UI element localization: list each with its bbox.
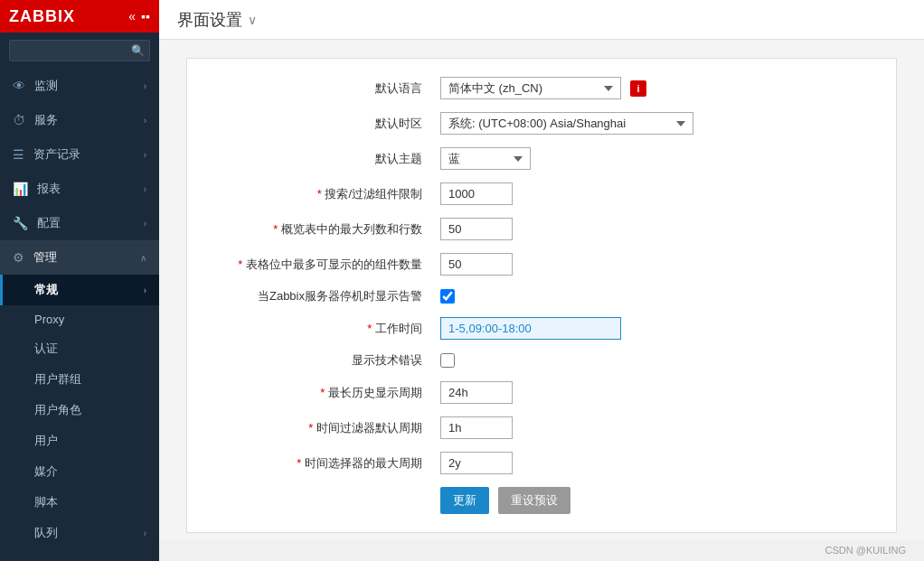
page-title: 界面设置 [177, 9, 242, 31]
assets-arrow: › [144, 150, 146, 160]
subnav-media[interactable]: 媒介 [0, 456, 159, 487]
max-columns-input[interactable] [440, 218, 513, 240]
logo: ZABBIX [9, 7, 75, 26]
max-period-label: 时间选择器的最大周期 [214, 455, 431, 472]
sidebar: ZABBIX « ▪▪ 🔍 👁 监测 › ⏱ 服务 › ☰ 资产记录 › [0, 0, 159, 561]
max-columns-row: 概览表中的最大列数和行数 [214, 218, 869, 240]
search-input[interactable] [9, 40, 150, 61]
lang-info-icon[interactable]: i [630, 80, 646, 97]
admin-arrow: ∧ [140, 253, 146, 263]
subnav-userrole[interactable]: 用户角色 [0, 395, 159, 425]
admin-icon: ⚙ [13, 250, 24, 265]
service-arrow: › [144, 116, 146, 126]
subnav-user[interactable]: 用户 [0, 425, 159, 456]
time-filter-row: 时间过滤器默认周期 [214, 416, 869, 439]
service-icon: ⏱ [13, 113, 25, 127]
sidebar-item-reports[interactable]: 📊 报表 › [0, 172, 159, 206]
timezone-label: 默认时区 [214, 116, 431, 132]
subnav-user-label: 用户 [34, 433, 58, 449]
config-icon: 🔧 [13, 216, 28, 230]
subnav-userrole-label: 用户角色 [34, 402, 81, 418]
monitor-icon: 👁 [13, 79, 25, 93]
subnav-usergroup[interactable]: 用户群组 [0, 364, 159, 395]
time-filter-label: 时间过滤器默认周期 [214, 420, 431, 436]
search-limit-row: 搜索/过滤组件限制 [214, 182, 869, 205]
max-period-input[interactable] [440, 452, 513, 474]
max-widgets-input[interactable] [440, 253, 513, 276]
show-errors-checkbox[interactable] [440, 353, 455, 368]
subnav-media-label: 媒介 [34, 463, 58, 480]
subnav-queue[interactable]: 队列 › [0, 518, 159, 548]
page-title-dropdown-icon[interactable]: ∨ [248, 13, 257, 27]
subnav-auth[interactable]: 认证 [0, 333, 159, 364]
subnav-queue-label: 队列 [34, 525, 58, 541]
subnav-auth-label: 认证 [34, 341, 58, 357]
sidebar-item-config-label: 配置 [37, 215, 61, 231]
subnav-proxy-label: Proxy [34, 313, 64, 326]
max-history-label: 最长历史显示周期 [214, 385, 431, 401]
sidebar-item-monitor-label: 监测 [34, 78, 58, 94]
footer: CSDN @KUILING [159, 539, 924, 561]
page-title-container: 界面设置 ∨ [177, 9, 257, 31]
subnav-queue-arrow: › [144, 528, 146, 538]
sidebar-item-admin-label: 管理 [33, 249, 57, 266]
sidebar-header-icons: « ▪▪ [128, 9, 150, 23]
server-warning-row: 当Zabbix服务器停机时显示告警 [214, 288, 869, 304]
work-time-label: 工作时间 [214, 321, 431, 337]
main-content: 界面设置 ∨ 默认语言 简体中文 (zh_CN) i 默认时区 系统: (UTC… [159, 0, 924, 561]
max-period-row: 时间选择器的最大周期 [214, 452, 869, 474]
timezone-row: 默认时区 系统: (UTC+08:00) Asia/Shanghai [214, 112, 869, 135]
sidebar-item-reports-label: 报表 [37, 181, 61, 197]
theme-label: 默认主题 [214, 151, 431, 167]
sidebar-header: ZABBIX « ▪▪ [0, 0, 159, 33]
sidebar-item-service-label: 服务 [34, 112, 58, 128]
show-errors-row: 显示技术错误 [214, 352, 869, 369]
topbar: 界面设置 ∨ [159, 0, 924, 40]
collapse-icon[interactable]: « [128, 9, 136, 23]
subnav-usergroup-label: 用户群组 [34, 371, 81, 388]
max-columns-label: 概览表中的最大列数和行数 [214, 221, 431, 238]
server-warning-label: 当Zabbix服务器停机时显示告警 [214, 288, 431, 304]
time-filter-input[interactable] [440, 416, 513, 439]
sidebar-item-service[interactable]: ⏱ 服务 › [0, 103, 159, 137]
search-icon: 🔍 [131, 44, 145, 57]
show-errors-label: 显示技术错误 [214, 352, 431, 369]
work-time-input[interactable] [440, 317, 621, 340]
subnav-script-label: 脚本 [34, 494, 58, 510]
subnav-script[interactable]: 脚本 [0, 487, 159, 518]
subnav-general[interactable]: 常规 › [0, 275, 159, 305]
sidebar-item-admin[interactable]: ⚙ 管理 ∧ [0, 240, 159, 275]
update-button[interactable]: 更新 [440, 487, 489, 514]
lang-label: 默认语言 [214, 80, 431, 97]
lang-row: 默认语言 简体中文 (zh_CN) i [214, 77, 869, 99]
assets-icon: ☰ [13, 147, 24, 162]
subnav-proxy[interactable]: Proxy [0, 305, 159, 333]
reports-arrow: › [144, 184, 146, 194]
settings-form: 默认语言 简体中文 (zh_CN) i 默认时区 系统: (UTC+08:00)… [186, 58, 897, 533]
theme-select[interactable]: 蓝 [440, 147, 531, 170]
config-arrow: › [144, 219, 146, 229]
monitor-arrow: › [144, 81, 146, 91]
form-buttons: 更新 重设预设 [214, 487, 869, 514]
content-area: 默认语言 简体中文 (zh_CN) i 默认时区 系统: (UTC+08:00)… [159, 40, 924, 539]
lang-select[interactable]: 简体中文 (zh_CN) [440, 77, 621, 99]
server-warning-checkbox[interactable] [440, 289, 455, 304]
work-time-row: 工作时间 [214, 317, 869, 340]
sidebar-item-assets-label: 资产记录 [33, 146, 80, 163]
max-history-input[interactable] [440, 381, 513, 404]
max-widgets-row: 表格位中最多可显示的的组件数量 [214, 253, 869, 276]
search-limit-label: 搜索/过滤组件限制 [214, 186, 431, 202]
sidebar-item-assets[interactable]: ☰ 资产记录 › [0, 137, 159, 172]
timezone-select[interactable]: 系统: (UTC+08:00) Asia/Shanghai [440, 112, 693, 135]
sidebar-item-monitor[interactable]: 👁 监测 › [0, 69, 159, 103]
grid-icon[interactable]: ▪▪ [141, 9, 150, 23]
footer-text: CSDN @KUILING [825, 545, 906, 556]
reports-icon: 📊 [13, 182, 28, 196]
search-container: 🔍 [0, 33, 159, 69]
search-limit-input[interactable] [440, 182, 513, 205]
reset-button[interactable]: 重设预设 [498, 487, 570, 514]
subnav-general-arrow: › [144, 285, 146, 295]
subnav-general-label: 常规 [34, 282, 58, 298]
theme-row: 默认主题 蓝 [214, 147, 869, 170]
sidebar-item-config[interactable]: 🔧 配置 › [0, 206, 159, 240]
